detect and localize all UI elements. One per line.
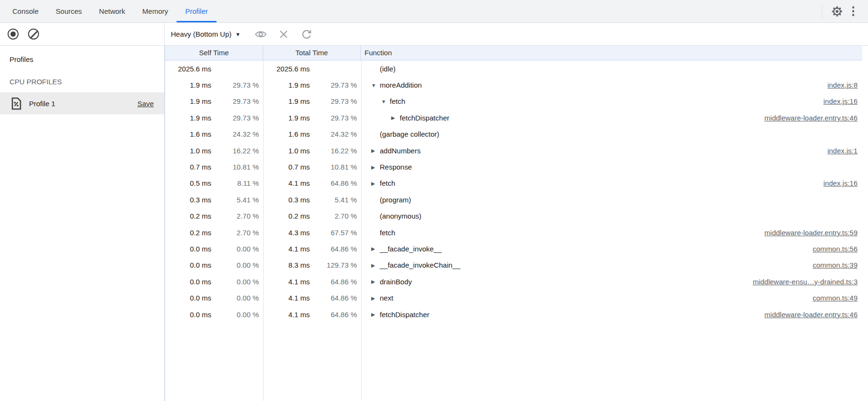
source-location-link[interactable]: middleware-loader.entry.ts:59: [764, 229, 862, 237]
total-time-cell: 0.7 ms 10.81 %: [264, 163, 362, 171]
total-time-cell: 1.9 ms 29.73 %: [264, 81, 362, 89]
function-name: Response: [380, 163, 412, 171]
self-time-cell: 1.6 ms 24.32 %: [165, 130, 264, 138]
total-time-cell: 4.1 ms 64.86 %: [264, 311, 362, 319]
self-time-cell: 0.0 ms 0.00 %: [165, 245, 264, 253]
table-row[interactable]: 0.7 ms 10.81 % 0.7 ms 10.81 % ▶ Response: [165, 159, 862, 175]
table-row[interactable]: 0.0 ms 0.00 % 4.1 ms 64.86 % ▶ __facade_…: [165, 241, 862, 257]
self-time-ms: 0.2 ms: [165, 229, 211, 237]
toolbar-divider: [822, 5, 822, 18]
grid-body: 2025.6 ms 2025.6 ms (idle) 1.9 ms 29.73 …: [165, 60, 862, 401]
column-header-function[interactable]: Function: [361, 46, 862, 60]
total-time-pct: 10.81 %: [310, 163, 362, 171]
table-row[interactable]: 0.3 ms 5.41 % 0.3 ms 5.41 % (program): [165, 191, 862, 208]
source-location-link[interactable]: common.ts:49: [813, 294, 862, 302]
table-row[interactable]: 2025.6 ms 2025.6 ms (idle): [165, 60, 862, 77]
function-cell: fetch middleware-loader.entry.ts:59: [362, 229, 862, 237]
exclude-function-button[interactable]: [275, 26, 293, 42]
total-time-ms: 1.9 ms: [264, 81, 310, 89]
self-time-pct: 24.32 %: [211, 130, 264, 138]
function-name: (program): [380, 196, 411, 204]
tree-toggle-arrow-icon[interactable]: ▶: [371, 262, 380, 268]
table-row[interactable]: 0.2 ms 2.70 % 0.2 ms 2.70 % (anonymous): [165, 208, 862, 224]
function-cell: ▶ fetchDispatcher middleware-loader.entr…: [362, 114, 862, 122]
table-row[interactable]: 0.0 ms 0.00 % 4.1 ms 64.86 % ▶ next comm…: [165, 290, 862, 306]
tree-toggle-arrow-icon[interactable]: ▶: [371, 246, 380, 251]
total-time-ms: 4.1 ms: [264, 278, 310, 286]
view-mode-dropdown[interactable]: Heavy (Bottom Up) ▼: [171, 30, 240, 38]
source-location-link[interactable]: index.js:1: [828, 147, 862, 155]
tab-console[interactable]: Console: [4, 0, 47, 22]
tab-network[interactable]: Network: [90, 0, 134, 22]
panel-tabs: Console Sources Network Memory Profiler: [4, 0, 217, 22]
total-time-pct: 29.73 %: [310, 114, 362, 122]
self-time-ms: 0.0 ms: [165, 311, 211, 319]
table-row[interactable]: 1.9 ms 29.73 % 1.9 ms 29.73 % ▶ fetchDis…: [165, 110, 862, 126]
column-header-total-time[interactable]: Total Time: [263, 46, 361, 60]
self-time-ms: 1.9 ms: [165, 114, 211, 122]
source-location-link[interactable]: middleware-loader.entry.ts:46: [764, 114, 862, 122]
source-location-link[interactable]: index.js:8: [828, 81, 862, 89]
cpu-profiles-section-heading: CPU PROFILES: [0, 75, 164, 89]
self-time-ms: 2025.6 ms: [165, 65, 211, 73]
record-button[interactable]: [8, 29, 19, 40]
table-row[interactable]: 0.0 ms 0.00 % 4.1 ms 64.86 % ▶ fetchDisp…: [165, 306, 862, 322]
function-cell: ▶ __facade_invokeChain__ common.ts:39: [362, 261, 862, 269]
table-row[interactable]: 1.9 ms 29.73 % 1.9 ms 29.73 % ▼ moreAddi…: [165, 77, 862, 93]
tree-toggle-arrow-icon[interactable]: ▶: [371, 279, 380, 284]
refresh-icon: [301, 29, 312, 40]
restore-functions-button[interactable]: [297, 26, 316, 42]
tree-toggle-arrow-icon[interactable]: ▶: [371, 164, 380, 170]
tree-toggle-arrow-icon[interactable]: ▶: [371, 148, 380, 153]
column-header-self-time[interactable]: Self Time: [165, 46, 263, 60]
self-time-ms: 0.2 ms: [165, 212, 211, 220]
clear-all-profiles-button[interactable]: [28, 29, 39, 40]
tree-toggle-arrow-icon[interactable]: ▶: [371, 311, 380, 317]
focus-function-button[interactable]: [252, 26, 270, 42]
source-location-link[interactable]: common.ts:56: [813, 245, 862, 253]
settings-button[interactable]: [829, 3, 845, 20]
self-time-pct: 29.73 %: [211, 114, 264, 122]
profiles-heading[interactable]: Profiles: [0, 52, 164, 66]
function-name: __facade_invoke__: [380, 245, 442, 253]
table-row[interactable]: 1.9 ms 29.73 % 1.9 ms 29.73 % ▼ fetch in…: [165, 93, 862, 110]
table-row[interactable]: 0.0 ms 0.00 % 8.3 ms 129.73 % ▶ __facade…: [165, 257, 862, 273]
tree-toggle-arrow-icon[interactable]: ▶: [371, 180, 380, 186]
function-cell: (garbage collector): [362, 130, 862, 138]
source-location-link[interactable]: index.js:16: [823, 179, 862, 187]
table-row[interactable]: 1.6 ms 24.32 % 1.6 ms 24.32 % (garbage c…: [165, 126, 862, 142]
total-time-pct: 64.86 %: [310, 311, 362, 319]
tree-toggle-arrow-icon[interactable]: ▼: [381, 99, 390, 104]
function-cell: ▶ next common.ts:49: [362, 294, 862, 302]
function-name: addNumbers: [380, 147, 421, 155]
source-location-link[interactable]: common.ts:39: [813, 261, 862, 269]
profile-item-selected[interactable]: Profile 1 Save: [0, 92, 164, 114]
total-time-ms: 4.1 ms: [264, 245, 310, 253]
close-icon: [279, 30, 288, 39]
save-profile-link[interactable]: Save: [138, 100, 154, 108]
tab-memory[interactable]: Memory: [134, 0, 177, 22]
more-options-button[interactable]: [845, 3, 861, 20]
total-time-cell: 0.3 ms 5.41 %: [264, 196, 362, 204]
table-row[interactable]: 0.2 ms 2.70 % 4.3 ms 67.57 % fetch middl…: [165, 224, 862, 241]
self-time-cell: 1.9 ms 29.73 %: [165, 114, 264, 122]
function-name: fetch: [380, 229, 395, 237]
profile-document-icon: [10, 97, 22, 110]
source-location-link[interactable]: middleware-ensu…y-drained.ts:3: [753, 278, 862, 286]
total-time-cell: 4.1 ms 64.86 %: [264, 294, 362, 302]
tab-profiler[interactable]: Profiler: [177, 0, 217, 22]
source-location-link[interactable]: index.js:16: [823, 97, 862, 105]
self-time-pct: 2.70 %: [211, 229, 264, 237]
source-location-link[interactable]: middleware-loader.entry.ts:46: [764, 311, 862, 319]
profiles-sidebar: Profiles CPU PROFILES Profile 1 Save: [0, 23, 164, 401]
tree-toggle-arrow-icon[interactable]: ▶: [391, 115, 400, 120]
tab-sources[interactable]: Sources: [47, 0, 90, 22]
self-time-cell: 0.7 ms 10.81 %: [165, 163, 264, 171]
table-row[interactable]: 0.0 ms 0.00 % 4.1 ms 64.86 % ▶ drainBody…: [165, 273, 862, 290]
tree-toggle-arrow-icon[interactable]: ▼: [371, 82, 380, 88]
tree-toggle-arrow-icon[interactable]: ▶: [371, 295, 380, 301]
self-time-cell: 0.3 ms 5.41 %: [165, 196, 264, 204]
table-row[interactable]: 1.0 ms 16.22 % 1.0 ms 16.22 % ▶ addNumbe…: [165, 142, 862, 159]
table-row[interactable]: 0.5 ms 8.11 % 4.1 ms 64.86 % ▶ fetch ind…: [165, 175, 862, 191]
function-name: fetch: [380, 179, 395, 187]
